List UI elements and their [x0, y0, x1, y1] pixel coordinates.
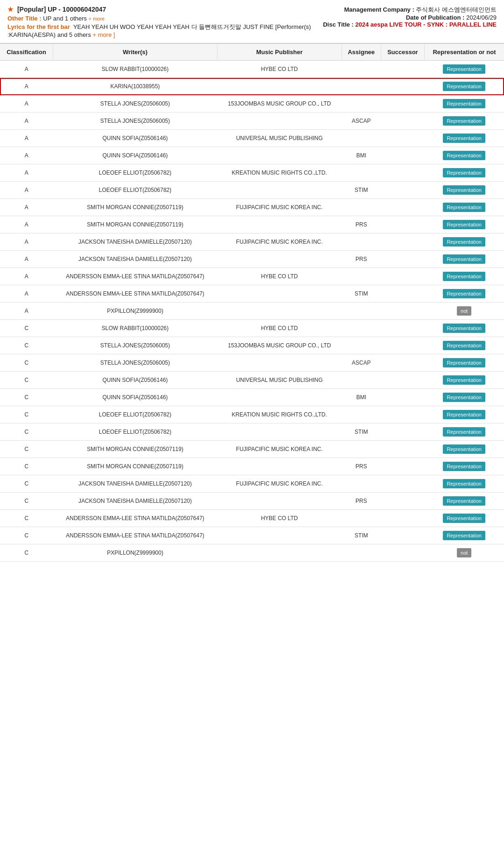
- status-representation-button[interactable]: Representation: [443, 462, 485, 471]
- status-representation-button[interactable]: Representation: [443, 254, 485, 264]
- status-representation-button[interactable]: Representation: [443, 64, 485, 74]
- cell-publisher: [217, 354, 342, 372]
- cell-successor: [381, 441, 424, 458]
- cell-status[interactable]: Representation: [424, 268, 504, 285]
- cell-publisher: [217, 544, 342, 562]
- status-representation-button[interactable]: Representation: [443, 151, 485, 160]
- header-left: ★ [Popular] UP - 100006042047 Other Titl…: [7, 6, 314, 39]
- other-title-label: Other Title :: [7, 15, 42, 22]
- cell-status[interactable]: Representation: [424, 337, 504, 354]
- cell-status[interactable]: Representation: [424, 510, 504, 527]
- cell-writer: QUINN SOFIA(Z0506146): [53, 389, 217, 406]
- cell-publisher: [217, 216, 342, 233]
- status-representation-button[interactable]: Representation: [443, 375, 485, 385]
- status-representation-button[interactable]: Representation: [443, 444, 485, 454]
- cell-classification: C: [0, 320, 53, 337]
- cell-publisher: [217, 251, 342, 268]
- status-representation-button[interactable]: Representation: [443, 393, 485, 402]
- table-row: ASTELLA JONES(Z0506005)153JOOMBAS MUSIC …: [0, 95, 504, 113]
- cell-publisher: HYBE CO LTD: [217, 61, 342, 78]
- cell-successor: [381, 527, 424, 544]
- status-representation-button[interactable]: Representation: [443, 531, 485, 540]
- cell-status[interactable]: Representation: [424, 61, 504, 78]
- col-writer: Writer(s): [53, 44, 217, 61]
- cell-status[interactable]: Representation: [424, 164, 504, 182]
- cell-successor: [381, 130, 424, 147]
- status-representation-button[interactable]: Representation: [443, 134, 485, 143]
- status-representation-button[interactable]: Representation: [443, 358, 485, 367]
- status-representation-button[interactable]: Representation: [443, 116, 485, 126]
- cell-assignee: [342, 130, 381, 147]
- cell-successor: [381, 354, 424, 372]
- status-representation-button[interactable]: Representation: [443, 220, 485, 229]
- cell-status[interactable]: Representation: [424, 389, 504, 406]
- cell-publisher: HYBE CO LTD: [217, 510, 342, 527]
- cell-status[interactable]: Representation: [424, 527, 504, 544]
- status-representation-button[interactable]: Representation: [443, 185, 485, 195]
- status-representation-button[interactable]: Representation: [443, 203, 485, 212]
- cell-status[interactable]: Representation: [424, 130, 504, 147]
- cell-status[interactable]: Representation: [424, 233, 504, 251]
- cell-status[interactable]: Representation: [424, 113, 504, 130]
- status-representation-button[interactable]: Representation: [443, 82, 485, 91]
- cell-status[interactable]: Representation: [424, 147, 504, 164]
- cell-writer: JACKSON TANEISHA DAMIELLE(Z0507120): [53, 493, 217, 510]
- status-representation-button[interactable]: Representation: [443, 237, 485, 247]
- cell-status[interactable]: Representation: [424, 441, 504, 458]
- status-not-button[interactable]: not: [457, 548, 471, 557]
- cell-status[interactable]: Representation: [424, 251, 504, 268]
- cell-status[interactable]: Representation: [424, 423, 504, 441]
- cell-writer: STELLA JONES(Z0506005): [53, 354, 217, 372]
- cell-status[interactable]: Representation: [424, 78, 504, 95]
- cell-successor: [381, 95, 424, 113]
- cell-classification: A: [0, 164, 53, 182]
- cell-status[interactable]: not: [424, 544, 504, 562]
- col-classification: Classification: [0, 44, 53, 61]
- cell-status[interactable]: Representation: [424, 493, 504, 510]
- cell-classification: A: [0, 61, 53, 78]
- cell-status[interactable]: Representation: [424, 285, 504, 303]
- status-representation-button[interactable]: Representation: [443, 99, 485, 108]
- table-row: CSMITH MORGAN CONNIE(Z0507119)PRSReprese…: [0, 458, 504, 475]
- page-title: ★ [Popular] UP - 100006042047: [7, 6, 314, 13]
- cell-assignee: [342, 406, 381, 423]
- cell-successor: [381, 389, 424, 406]
- status-representation-button[interactable]: Representation: [443, 324, 485, 333]
- header-right: Management Company : 주식회사 에스엠엔터테인먼트 Date…: [323, 6, 497, 28]
- cell-status[interactable]: Representation: [424, 216, 504, 233]
- status-representation-button[interactable]: Representation: [443, 410, 485, 419]
- disc-line: Disc Title : 2024 aespa LIVE TOUR - SYNK…: [323, 21, 497, 28]
- cell-writer: LOEOEF ELLIOT(Z0506782): [53, 182, 217, 199]
- table-row: ALOEOEF ELLIOT(Z0506782)STIMRepresentati…: [0, 182, 504, 199]
- lyrics-more[interactable]: + more ]: [93, 31, 115, 38]
- cell-successor: [381, 216, 424, 233]
- cell-status[interactable]: Representation: [424, 199, 504, 216]
- cell-assignee: PRS: [342, 251, 381, 268]
- cell-status[interactable]: Representation: [424, 354, 504, 372]
- status-representation-button[interactable]: Representation: [443, 427, 485, 437]
- cell-status[interactable]: Representation: [424, 406, 504, 423]
- cell-status[interactable]: Representation: [424, 458, 504, 475]
- cell-status[interactable]: not: [424, 303, 504, 320]
- table-row: CLOEOEF ELLIOT(Z0506782)STIMRepresentati…: [0, 423, 504, 441]
- status-representation-button[interactable]: Representation: [443, 341, 485, 350]
- title-text: [Popular] UP - 100006042047: [17, 6, 106, 13]
- status-representation-button[interactable]: Representation: [443, 514, 485, 523]
- status-representation-button[interactable]: Representation: [443, 479, 485, 488]
- cell-status[interactable]: Representation: [424, 95, 504, 113]
- cell-writer: STELLA JONES(Z0506005): [53, 95, 217, 113]
- status-not-button[interactable]: not: [457, 306, 471, 316]
- cell-status[interactable]: Representation: [424, 320, 504, 337]
- status-representation-button[interactable]: Representation: [443, 168, 485, 177]
- cell-classification: C: [0, 441, 53, 458]
- status-representation-button[interactable]: Representation: [443, 289, 485, 298]
- cell-classification: A: [0, 233, 53, 251]
- cell-status[interactable]: Representation: [424, 372, 504, 389]
- cell-successor: [381, 61, 424, 78]
- cell-status[interactable]: Representation: [424, 475, 504, 493]
- cell-status[interactable]: Representation: [424, 182, 504, 199]
- status-representation-button[interactable]: Representation: [443, 272, 485, 281]
- cell-writer: JACKSON TANEISHA DAMIELLE(Z0507120): [53, 233, 217, 251]
- other-title-more[interactable]: + more: [89, 16, 105, 21]
- status-representation-button[interactable]: Representation: [443, 496, 485, 506]
